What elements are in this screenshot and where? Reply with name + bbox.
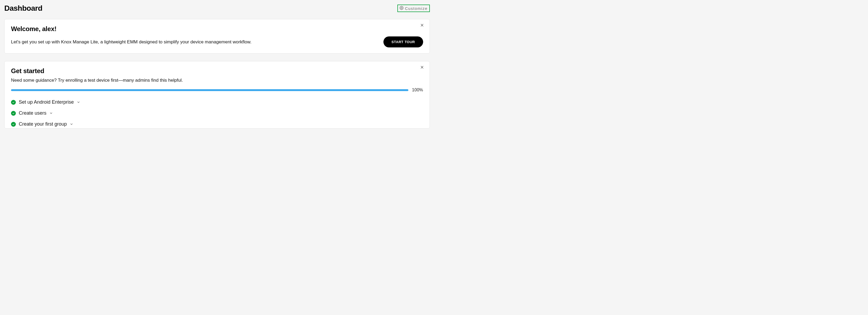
get-started-description: Need some guidance? Try enrolling a test…: [11, 78, 423, 83]
check-circle-icon: [11, 100, 16, 105]
close-icon[interactable]: [420, 23, 424, 28]
customize-button[interactable]: Customize: [397, 5, 430, 12]
check-circle-icon: [11, 111, 16, 116]
step-create-users[interactable]: Create users: [11, 110, 423, 116]
get-started-title: Get started: [11, 67, 423, 75]
welcome-card: Welcome, alex! Let's get you set up with…: [4, 19, 430, 54]
progress-fill: [11, 89, 408, 91]
progress-row: 100%: [11, 88, 423, 93]
dashboard-header: Dashboard Customize: [4, 4, 430, 12]
step-create-first-group[interactable]: Create your first group: [11, 121, 423, 127]
welcome-description: Let's get you set up with Knox Manage Li…: [11, 39, 377, 45]
svg-point-0: [401, 7, 402, 8]
step-label: Create your first group: [19, 121, 67, 127]
chevron-down-icon: [77, 100, 80, 104]
welcome-title: Welcome, alex!: [11, 25, 423, 33]
customize-label: Customize: [405, 6, 427, 11]
progress-percent-label: 100%: [412, 88, 423, 93]
get-started-card: Get started Need some guidance? Try enro…: [4, 61, 430, 129]
step-list: Set up Android Enterprise Create users C…: [11, 99, 423, 127]
step-setup-android-enterprise[interactable]: Set up Android Enterprise: [11, 99, 423, 105]
step-label: Set up Android Enterprise: [19, 99, 74, 105]
start-tour-button[interactable]: START TOUR: [383, 36, 423, 47]
chevron-down-icon: [70, 123, 73, 126]
step-label: Create users: [19, 110, 46, 116]
close-icon[interactable]: [420, 65, 424, 70]
gear-icon: [400, 6, 404, 11]
chevron-down-icon: [50, 111, 53, 115]
progress-bar: [11, 89, 408, 91]
check-circle-icon: [11, 122, 16, 127]
page-title: Dashboard: [4, 4, 42, 12]
